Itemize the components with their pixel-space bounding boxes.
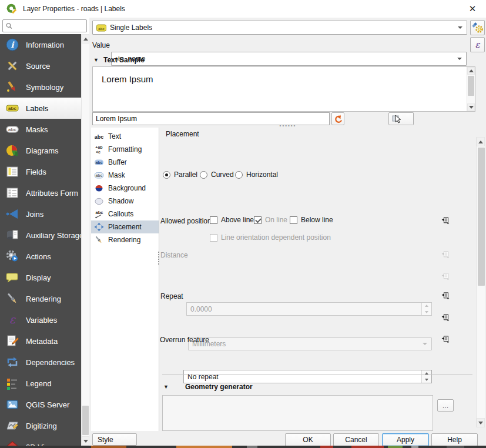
data-defined-override-button[interactable] [438, 311, 453, 324]
orientation-curved[interactable]: Curved [200, 170, 234, 179]
scrollbar-thumb[interactable] [82, 406, 89, 435]
orientation-parallel[interactable]: Parallel [163, 170, 197, 179]
map-scale-tool-button[interactable] [388, 112, 404, 125]
scroll-up-arrow[interactable] [82, 34, 89, 44]
expression-dialog-button[interactable]: … [437, 399, 454, 412]
data-defined-override-button[interactable] [438, 214, 453, 227]
repeat-spinbox[interactable]: No repeat [183, 370, 432, 383]
distance-units-select[interactable]: Millimeters [188, 337, 432, 350]
spin-down-icon[interactable] [422, 377, 431, 383]
spin-buttons[interactable] [421, 303, 431, 315]
radio-parallel[interactable] [163, 171, 170, 179]
sidebar-item-diagrams[interactable]: Diagrams [0, 140, 81, 161]
allowed-on-line[interactable]: On line [254, 216, 287, 224]
mask-icon: abc [94, 170, 104, 180]
tab-mask[interactable]: abc Mask [91, 169, 159, 182]
expression-builder-button[interactable]: ε [470, 37, 485, 52]
window-title: Layer Properties - roads | Labels [23, 5, 125, 13]
help-button[interactable]: Help [431, 433, 478, 446]
tab-shadow[interactable]: Shadow [91, 195, 159, 208]
orientation-horizontal[interactable]: Horizontal [235, 170, 278, 179]
line-orientation-option[interactable]: Line orientation dependent position [210, 233, 331, 242]
sidebar-item-fields[interactable]: Fields [0, 161, 81, 182]
sample-scrollbar[interactable] [467, 67, 475, 111]
gear-action-icon [5, 249, 19, 263]
tab-formatting[interactable]: +ab<c Formatting [91, 143, 159, 156]
spin-up-icon[interactable] [422, 303, 431, 309]
sidebar-item-source[interactable]: Source [0, 55, 81, 76]
label-mode-value: Single Labels [110, 24, 152, 32]
tab-rendering[interactable]: Rendering [91, 233, 159, 246]
sample-text-input[interactable] [96, 115, 326, 123]
data-defined-override-button[interactable] [438, 248, 453, 261]
radio-curved[interactable] [200, 171, 207, 179]
paintbrush-icon [5, 80, 19, 94]
geometry-generator-expression[interactable] [162, 395, 433, 431]
panel-scrollbar[interactable] [476, 137, 485, 427]
data-defined-override-button[interactable] [438, 270, 453, 283]
sidebar-item-digitizing[interactable]: Digitizing [0, 415, 81, 436]
distance-spinbox[interactable]: 0.0000 [186, 302, 432, 316]
scroll-down-arrow[interactable] [82, 436, 89, 446]
sidebar-item-symbology[interactable]: Symbology [0, 76, 81, 98]
tab-callouts[interactable]: abc Callouts [91, 208, 159, 220]
sidebar-item-attributes-form[interactable]: Attributes Form [0, 182, 81, 203]
tab-background[interactable]: Background [91, 182, 159, 195]
sidebar-item-variables[interactable]: ε Variables [0, 309, 81, 330]
spin-down-icon[interactable] [422, 309, 431, 316]
checkbox-line-orientation[interactable] [210, 234, 217, 242]
sidebar-item-display[interactable]: Display [0, 267, 81, 288]
sidebar-item-legend[interactable]: Legend [0, 373, 81, 394]
repeat-label: Repeat [160, 292, 183, 300]
scroll-up-arrow[interactable] [467, 67, 475, 75]
sidebar-item-information[interactable]: i Information [0, 34, 81, 55]
reset-sample-button[interactable] [331, 112, 344, 125]
tab-buffer[interactable]: abc Buffer [91, 156, 159, 169]
scroll-down-arrow[interactable] [467, 103, 475, 111]
allowed-above-line[interactable]: Above line [210, 216, 254, 224]
sidebar-item-auxiliary-storage[interactable]: Auxiliary Storage [0, 225, 81, 246]
checkbox-below-line[interactable] [290, 216, 297, 224]
checkbox-above-line[interactable] [210, 216, 217, 224]
sidebar-item-rendering[interactable]: Rendering [0, 288, 81, 309]
ok-button[interactable]: OK [285, 433, 331, 446]
close-icon[interactable]: ✕ [465, 4, 480, 14]
rendering-icon [94, 235, 104, 245]
scrollbar-thumb[interactable] [478, 148, 485, 286]
map-scale-dropdown-button[interactable] [404, 112, 414, 125]
data-defined-override-button[interactable] [438, 333, 453, 346]
sample-splitter-handle[interactable]: •••••• [267, 125, 309, 127]
search-input[interactable] [13, 22, 84, 30]
sidebar-item-metadata[interactable]: Metadata [0, 330, 81, 352]
data-defined-override-button[interactable] [438, 289, 453, 302]
value-field-select[interactable]: abc name [111, 52, 467, 66]
spin-up-icon[interactable] [422, 370, 431, 377]
scroll-up-arrow[interactable] [477, 137, 485, 146]
spin-buttons[interactable] [421, 370, 431, 383]
sidebar-item-actions[interactable]: Actions [0, 246, 81, 267]
table-icon [5, 165, 19, 179]
cancel-button[interactable]: Cancel [333, 433, 379, 446]
sidebar-item-masks[interactable]: abc Masks [0, 119, 81, 140]
sidebar-scrollbar[interactable] [81, 34, 89, 446]
scroll-down-arrow[interactable] [477, 418, 485, 427]
collapse-arrow-icon[interactable]: ▼ [163, 384, 169, 390]
allowed-below-line[interactable]: Below line [290, 216, 333, 224]
search-box[interactable] [2, 19, 87, 32]
checkbox-on-line[interactable] [254, 216, 262, 224]
sidebar-item-joins[interactable]: Joins [0, 203, 81, 225]
apply-button[interactable]: Apply [382, 433, 429, 446]
sidebar-item-dependencies[interactable]: Dependencies [0, 352, 81, 373]
sidebar-item-labels[interactable]: abc Labels [0, 98, 81, 119]
automated-placement-settings-button[interactable] [470, 20, 485, 35]
mask-abc-icon: abc [5, 122, 19, 136]
scrollbar-thumb[interactable] [468, 76, 474, 96]
style-menu-button[interactable]: Style [92, 433, 137, 446]
radio-horizontal[interactable] [235, 171, 243, 179]
collapse-arrow-icon[interactable]: ▼ [93, 57, 99, 63]
text-sample-preview[interactable]: Lorem Ipsum [92, 66, 475, 112]
label-mode-select[interactable]: abc Single Labels [92, 21, 467, 35]
tab-text[interactable]: abc Text [91, 130, 159, 143]
sidebar-item-qgis-server[interactable]: QGIS Server [0, 394, 81, 415]
tab-placement[interactable]: Placement [91, 220, 159, 233]
